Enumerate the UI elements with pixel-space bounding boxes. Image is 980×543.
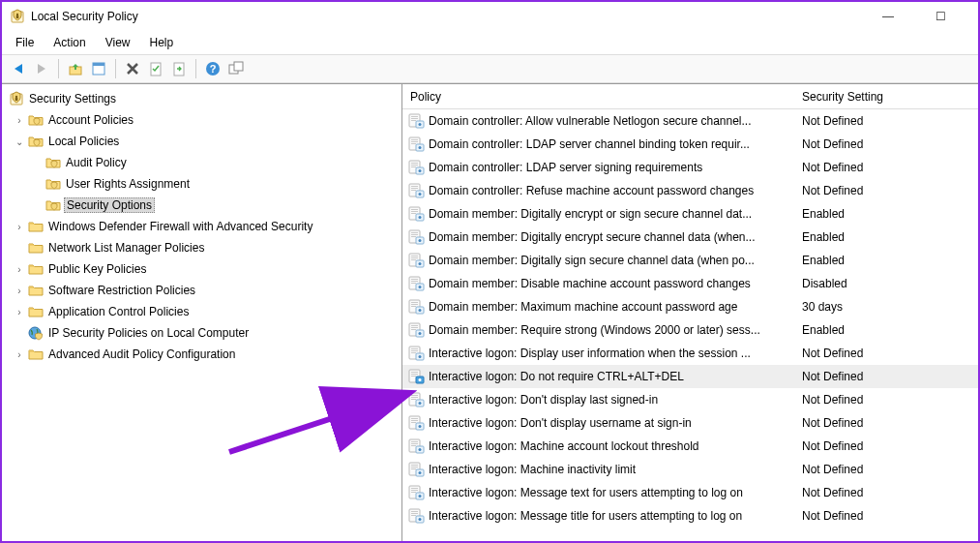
forward-button[interactable] [31,58,52,79]
policy-name: Interactive logon: Machine account locko… [429,439,699,453]
menu-view[interactable]: View [96,34,140,51]
toolbar [2,54,978,83]
policy-row[interactable]: Interactive logon: Don't display usernam… [402,411,978,435]
policy-row[interactable]: Domain controller: LDAP server channel b… [402,133,978,156]
policy-setting: Not Defined [794,114,978,128]
tree-wdfw[interactable]: › Windows Defender Firewall with Advance… [2,216,401,237]
separator [58,59,59,78]
tree-aapc[interactable]: › Advanced Audit Policy Configuration [2,344,401,365]
tree-label: Application Control Policies [46,305,191,318]
policy-row[interactable]: Domain member: Digitally sign secure cha… [402,249,978,272]
refresh-button[interactable] [168,58,190,79]
folder-icon [28,219,44,234]
folder-shield-icon [45,197,61,213]
policy-name: Domain member: Maximum machine account p… [429,300,737,314]
policy-setting: Not Defined [794,463,978,476]
tree-acp[interactable]: › Application Control Policies [2,301,401,322]
delete-button[interactable] [122,58,143,79]
app-window: Local Security Policy — ☐ File Action Vi… [0,0,980,543]
column-policy[interactable]: Policy [402,86,794,107]
list-header: Policy Security Setting [402,84,978,109]
policy-row[interactable]: Interactive logon: Message title for use… [402,504,978,528]
policy-name: Interactive logon: Message title for use… [429,509,742,523]
tree-label: Audit Policy [64,156,129,169]
policy-setting: Not Defined [794,416,978,430]
policy-row[interactable]: Interactive logon: Display user informat… [402,342,978,365]
tree-srp[interactable]: › Software Restriction Policies [2,280,401,301]
folder-shield-icon [45,155,61,170]
menu-help[interactable]: Help [140,34,184,51]
tree-local-policies[interactable]: ⌄ Local Policies [2,131,401,152]
policy-name: Interactive logon: Don't display usernam… [429,416,692,430]
tree-pkp[interactable]: › Public Key Policies [2,258,401,280]
tree-security-options[interactable]: Security Options [2,195,401,216]
tree-root[interactable]: Security Settings [2,88,401,109]
policy-row[interactable]: Domain member: Disable machine account p… [402,272,978,295]
policy-row[interactable]: Domain controller: Allow vulnerable Netl… [402,109,978,133]
expander-icon[interactable]: › [14,115,25,126]
policy-row[interactable]: Domain member: Digitally encrypt secure … [402,226,978,249]
policy-icon [408,414,426,432]
policy-icon [408,205,426,223]
expander-icon[interactable]: ⌄ [14,136,25,147]
shield-icon [9,91,24,106]
tree-audit-policy[interactable]: Audit Policy [2,152,401,173]
up-button[interactable] [65,58,86,79]
expander-icon[interactable]: › [14,286,25,296]
help-button[interactable] [202,58,223,79]
windows-button[interactable] [225,58,247,79]
tree-ipsec[interactable]: IP Security Policies on Local Computer [2,322,401,344]
expander-icon[interactable]: › [14,222,25,232]
policy-icon [408,507,426,525]
tree-nlm[interactable]: Network List Manager Policies [2,237,401,258]
globe-shield-icon [28,325,44,341]
menu-file[interactable]: File [6,34,44,51]
policy-setting: Not Defined [794,184,978,197]
column-setting[interactable]: Security Setting [794,86,978,107]
folder-icon [28,283,44,298]
policy-name: Domain member: Digitally sign secure cha… [429,254,755,267]
policy-setting: Not Defined [794,137,978,151]
expander-icon[interactable]: › [14,264,25,275]
policy-icon [408,252,426,269]
policy-row[interactable]: Interactive logon: Don't display last si… [402,388,978,411]
export-button[interactable] [145,58,166,79]
back-button[interactable] [8,58,29,79]
tree-label: Security Options [64,197,155,213]
list-body[interactable]: Domain controller: Allow vulnerable Netl… [402,109,978,541]
expander-icon[interactable]: › [14,349,25,360]
menu-action[interactable]: Action [44,34,95,51]
policy-name: Domain controller: Refuse machine accoun… [429,184,754,197]
maximize-button[interactable]: ☐ [926,10,955,23]
policy-setting: Not Defined [794,161,978,174]
policy-name: Interactive logon: Machine inactivity li… [429,463,636,476]
expander-icon[interactable]: › [14,307,25,317]
minimize-button[interactable]: — [874,10,903,23]
policy-row[interactable]: Interactive logon: Message text for user… [402,481,978,504]
titlebar: Local Security Policy — ☐ [2,2,978,31]
policy-name: Interactive logon: Don't display last si… [429,393,658,407]
policy-row[interactable]: Domain member: Digitally encrypt or sign… [402,202,978,226]
tree-account-policies[interactable]: › Account Policies [2,109,401,131]
tree-label: IP Security Policies on Local Computer [46,326,251,340]
policy-setting: 30 days [794,300,978,314]
policy-name: Interactive logon: Display user informat… [429,347,751,360]
menubar: File Action View Help [2,31,978,54]
tree-label: Network List Manager Policies [46,241,206,255]
policy-icon [408,368,426,385]
tree-user-rights[interactable]: User Rights Assignment [2,173,401,195]
properties-button[interactable] [88,58,109,79]
tree-pane[interactable]: Security Settings › Account Policies ⌄ L… [2,84,402,541]
policy-row[interactable]: Domain controller: LDAP server signing r… [402,156,978,179]
policy-icon [408,437,426,455]
list-pane: Policy Security Setting Domain controlle… [402,84,978,541]
policy-row[interactable]: Interactive logon: Machine account locko… [402,435,978,458]
policy-row[interactable]: Domain controller: Refuse machine accoun… [402,179,978,202]
separator [115,59,116,78]
policy-row[interactable]: Domain member: Require strong (Windows 2… [402,318,978,342]
policy-name: Domain member: Disable machine account p… [429,277,751,290]
tree-label: Security Settings [27,92,118,106]
policy-row[interactable]: Interactive logon: Do not require CTRL+A… [402,365,978,388]
policy-row[interactable]: Interactive logon: Machine inactivity li… [402,458,978,481]
policy-row[interactable]: Domain member: Maximum machine account p… [402,295,978,318]
